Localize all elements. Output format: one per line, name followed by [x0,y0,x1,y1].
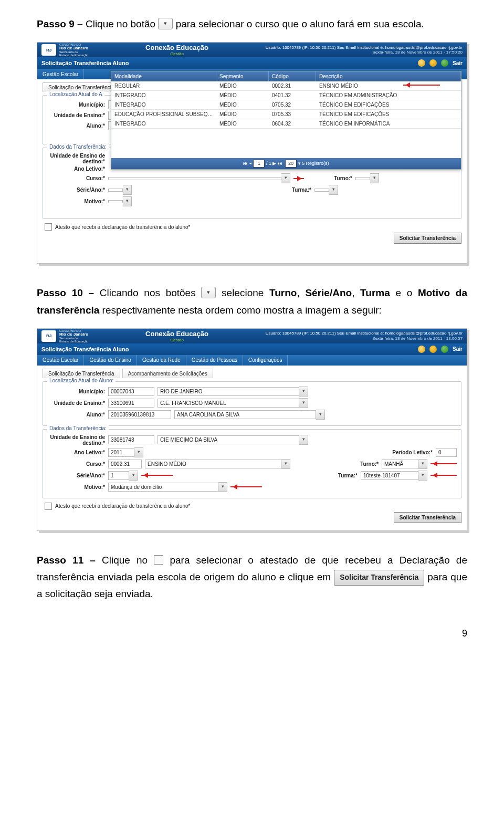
chevron-down-icon: ▾ [218,482,227,492]
popup-row[interactable]: INTEGRADOMÉDIO0604.32TÉCNICO EM INFORMÁT… [111,119,461,129]
tab-acompanhamento[interactable]: Acompanhamento de Solicitações [122,369,213,378]
cell: REGULAR [111,81,216,91]
motivo-dd[interactable]: Mudança de domicílio▾ [108,482,227,492]
tab-solicitacao[interactable]: Solicitação de Transferência [43,82,120,92]
rj-logo-icon: RJ [41,330,56,342]
menu-gestao-pessoas[interactable]: Gestão de Pessoas [186,355,243,366]
solicitar-button[interactable]: Solicitar Transferência [394,233,461,244]
arrow-icon [230,486,262,487]
popup-h-codigo: Código [269,71,316,81]
chevron-down-icon: ▾ [281,459,290,469]
decl-text: Atesto que recebi a declaração de transf… [55,503,190,509]
shot2-decl-row: Atesto que recebi a declaração de transf… [45,503,461,510]
lbl-turma: Turma:* [285,187,311,193]
popup-row[interactable]: EDUCAÇÃO PROFISSIONAL SUBSEQUENTEMÉDIO07… [111,110,461,119]
chevron-down-icon: ▾ [299,435,308,445]
solicitar-button[interactable]: Solicitar Transferência [394,512,461,523]
lbl-ano: Ano Letivo:* [47,166,105,172]
home-icon[interactable] [418,59,425,67]
decl-checkbox[interactable] [45,503,52,510]
lbl-turno: Turno:* [352,461,379,467]
shot1-body: Solicitação de Transferência Localização… [37,79,467,263]
curso-popup: Modalidade Segmento Código Descrição REG… [111,71,461,170]
step11-r1: Clique no [102,555,154,566]
cell: MÉDIO [216,100,269,110]
step9-bold: Passo 9 – [37,18,86,29]
serie-dd[interactable]: 1▾ [108,471,138,481]
star-icon[interactable] [429,59,437,67]
lbl-ue: Unidade de Ensino:* [47,112,105,118]
municipio-dd[interactable]: RIO DE JANEIRO▾ [158,387,308,397]
tab-solicitacao[interactable]: Solicitação de Transferência [43,369,120,378]
menu-config[interactable]: Configurações [243,355,288,366]
shot1-motivo-dd[interactable]: ▾ [108,196,132,206]
cell: MÉDIO [216,81,269,91]
shot1-serie-dd[interactable]: ▾ [108,185,132,195]
shot2-formtabs: Solicitação de Transferência Acompanhame… [43,369,461,378]
curso-dd[interactable]: ENSINO MÉDIO▾ [145,459,290,469]
step10-text: Passo 10 – Clicando nos botões ▾ selecio… [37,285,467,319]
shot1-curso-dd[interactable]: ▾ [108,173,290,183]
cell: INTEGRADO [111,91,216,100]
lbl-ano: Ano Letivo:* [47,450,105,455]
sair-link[interactable]: Sair [453,60,463,66]
lbl-municipio: Município: [47,389,105,394]
cell: TÉCNICO EM ADMINISTRAÇÃO [316,91,461,100]
ano-dd[interactable]: 2011▾ [108,447,143,457]
menu-gestao-ensino[interactable]: Gestão do Ensino [84,355,137,366]
dest-dd[interactable]: CIE MIECIMO DA SILVA▾ [158,435,308,445]
exit-icon[interactable] [441,59,448,67]
step10-t1: Turno [269,287,297,298]
step11-text: Passo 11 – Clique no para selecionar o a… [37,552,467,603]
shot1-turno-dd[interactable]: ▾ [355,173,379,183]
exit-icon[interactable] [441,346,448,353]
decl-checkbox[interactable] [45,223,52,231]
curso-nome: ENSINO MÉDIO [145,460,281,468]
brand-l2: Rio de Janeiro [59,46,88,50]
menu-gestao-escolar[interactable]: Gestão Escolar [37,355,84,366]
aluno-code: 201035960139813 [108,410,171,419]
aluno-dd[interactable]: ANA CAROLINA DA SILVA▾ [174,410,325,420]
ue-dd[interactable]: C.E. FRANCISCO MANUEL▾ [158,398,308,408]
menu-gestao-rede[interactable]: Gestão da Rede [137,355,186,366]
cell: 0705.32 [269,100,316,110]
sair-link[interactable]: Sair [453,346,463,352]
popup-header: Modalidade Segmento Código Descrição [111,71,461,81]
chevron-down-icon: ▾ [299,398,308,408]
popup-h-modalidade: Modalidade [111,71,216,81]
cell: INTEGRADO [111,100,216,110]
popup-row[interactable]: INTEGRADOMÉDIO0401.32TÉCNICO EM ADMINIST… [111,91,461,100]
motivo-val: Mudança de domicílio [108,483,218,492]
menu-gestao-escolar[interactable]: Gestão Escolar [37,69,84,79]
step10-r1: Clicando nos botões [100,287,202,298]
serie-val: 1 [108,471,129,480]
lbl-ue-dest: Unidade de Ensino de destino:* [47,153,105,164]
cell: EDUCAÇÃO PROFISSIONAL SUBSEQUENTE [111,110,216,119]
aluno-nome: ANA CAROLINA DA SILVA [174,410,316,419]
shot1-actions: Solicitar Transferência [43,233,461,244]
brand-block: GOVERNO DO Rio de Janeiro Secretaria de … [59,329,88,343]
star-icon[interactable] [429,346,437,353]
ue-nome: C.E. FRANCISCO MANUEL [158,399,299,408]
arrow-icon [293,178,304,179]
shot1-subtitle: Solicitação Transferência Aluno [41,60,129,66]
turma-val: 10teste-181407 [361,471,418,480]
shot2-fs-dados-legend: Dados da Transferência: [47,425,109,431]
chevron-down-icon: ▾ [370,173,379,183]
lbl-municipio: Município: [47,102,105,108]
rj-logo-icon: RJ [41,44,56,56]
curso-code: 0002.31 [108,460,142,468]
popup-row[interactable]: INTEGRADOMÉDIO0705.32TÉCNICO EM EDIFICAÇ… [111,100,461,110]
pager-total: / 1 [266,161,271,166]
turno-dd[interactable]: MANHÃ▾ [382,459,427,469]
shot1-turma-dd[interactable]: ▾ [314,185,338,195]
dest-code: 33081743 [108,435,154,444]
turma-dd[interactable]: 10teste-181407▾ [361,471,427,481]
pager-page[interactable]: 1 [253,160,265,168]
arrow-icon [430,463,457,464]
step9-text: Passo 9 – Clique no botão ▾ para selecio… [37,16,467,33]
pager-size[interactable]: 20 [285,160,297,168]
popup-row[interactable]: REGULAR MÉDIO 0002.31 ENSINO MÉDIO [111,81,461,91]
brand-l4: Estado de Educação [59,340,88,343]
home-icon[interactable] [418,346,425,353]
